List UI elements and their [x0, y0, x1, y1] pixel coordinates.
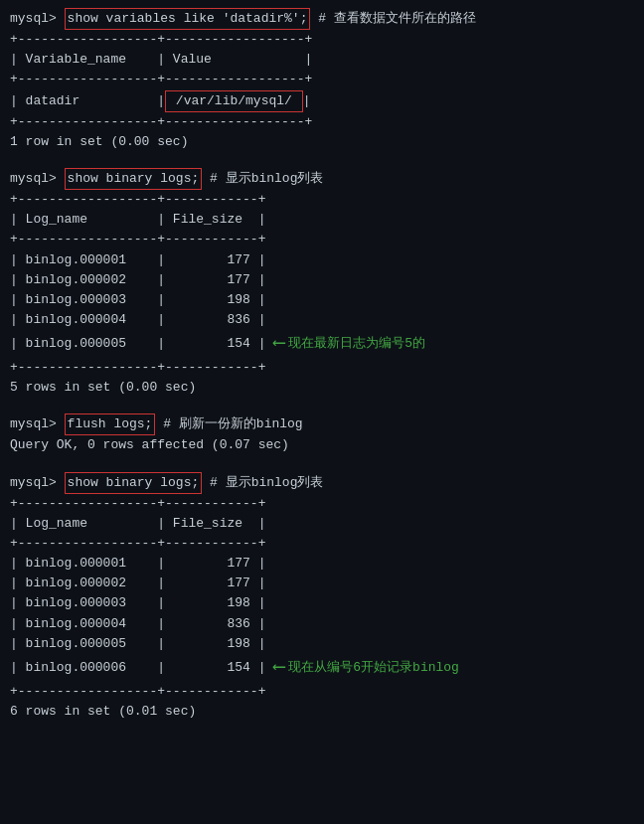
section-binlog1: mysql> show binary logs; # 显示binlog列表 +-…	[10, 168, 634, 398]
arrow-icon-1: ⟵	[273, 330, 284, 358]
command-line-2: mysql> show binary logs; # 显示binlog列表	[10, 168, 634, 190]
result-4: 6 rows in set (0.01 sec)	[10, 702, 634, 722]
comment-showbinlog2: # 显示binlog列表	[202, 473, 323, 493]
table-row-datadir: | datadir | /var/lib/mysql/ |	[10, 90, 634, 112]
command-line-4: mysql> show binary logs; # 显示binlog列表	[10, 472, 634, 494]
binlog2-row5: | binlog.000005 | 198 |	[10, 634, 634, 654]
prompt-4: mysql>	[10, 473, 65, 493]
binlog2-row3: | binlog.000003 | 198 |	[10, 593, 634, 613]
arrow-icon-2: ⟵	[273, 654, 284, 682]
command-line-1: mysql> show variables like 'datadir%'; #…	[10, 8, 634, 30]
binlog2-row1: | binlog.000001 | 177 |	[10, 554, 634, 574]
datadir-value: /var/lib/mysql/	[165, 90, 303, 112]
result-3: Query OK, 0 rows affected (0.07 sec)	[10, 435, 634, 455]
binlog1-row2: | binlog.000002 | 177 |	[10, 270, 634, 290]
table-sep-4b: +------------------+------------+	[10, 534, 634, 554]
prompt-1: mysql>	[10, 9, 65, 29]
table-sep-1a: +------------------+------------------+	[10, 30, 634, 50]
binlog2-row4: | binlog.000004 | 836 |	[10, 614, 634, 634]
binlog1-row4: | binlog.000004 | 836 |	[10, 310, 634, 330]
comment-datadir: # 查看数据文件所在的路径	[310, 9, 475, 29]
row-end-datadir: |	[303, 91, 311, 111]
result-2: 5 rows in set (0.00 sec)	[10, 378, 634, 398]
table-sep-2b: +------------------+------------+	[10, 230, 634, 249]
section-flushlogs: mysql> flush logs; # 刷新一份新的binlog Query …	[10, 413, 634, 455]
section-datadir: mysql> show variables like 'datadir%'; #…	[10, 8, 634, 152]
prompt-2: mysql>	[10, 169, 65, 189]
binlog1-row5: | binlog.000005 | 154 |	[10, 334, 265, 354]
table-sep-1c: +------------------+------------------+	[10, 112, 634, 132]
comment-flushlogs: # 刷新一份新的binlog	[155, 414, 302, 434]
comment-showbinlog1: # 显示binlog列表	[202, 169, 323, 189]
binlog1-row3: | binlog.000003 | 198 |	[10, 290, 634, 310]
cmd-showbinlog2: show binary logs;	[65, 472, 203, 494]
terminal: mysql> show variables like 'datadir%'; #…	[0, 0, 644, 736]
binlog1-row5-with-annotation: | binlog.000005 | 154 | ⟵ 现在最新日志为编号5的	[10, 330, 634, 358]
table-header-4: | Log_name | File_size |	[10, 514, 634, 534]
table-sep-2c: +------------------+------------+	[10, 358, 634, 378]
table-sep-1b: +------------------+------------------+	[10, 70, 634, 89]
binlog2-row2: | binlog.000002 | 177 |	[10, 574, 634, 593]
section-binlog2: mysql> show binary logs; # 显示binlog列表 +-…	[10, 472, 634, 722]
table-sep-2a: +------------------+------------+	[10, 190, 634, 210]
table-header-1: | Variable_name | Value |	[10, 50, 634, 70]
binlog1-row1: | binlog.000001 | 177 |	[10, 250, 634, 270]
annotation-text-2: 现在从编号6开始记录binlog	[288, 658, 459, 678]
prompt-3: mysql>	[10, 414, 65, 434]
table-sep-4c: +------------------+------------+	[10, 682, 634, 702]
binlog2-row6: | binlog.000006 | 154 |	[10, 658, 265, 678]
row-col1-datadir: | datadir |	[10, 91, 165, 111]
cmd-showbinlog1: show binary logs;	[65, 168, 203, 190]
result-1: 1 row in set (0.00 sec)	[10, 132, 634, 152]
cmd-datadir: show variables like 'datadir%';	[65, 8, 311, 30]
cmd-flushlogs: flush logs;	[65, 413, 156, 435]
annotation-text-1: 现在最新日志为编号5的	[288, 334, 425, 354]
table-header-2: | Log_name | File_size |	[10, 210, 634, 230]
table-sep-4a: +------------------+------------+	[10, 494, 634, 514]
command-line-3: mysql> flush logs; # 刷新一份新的binlog	[10, 413, 634, 435]
binlog2-row6-with-annotation: | binlog.000006 | 154 | ⟵ 现在从编号6开始记录binl…	[10, 654, 634, 682]
